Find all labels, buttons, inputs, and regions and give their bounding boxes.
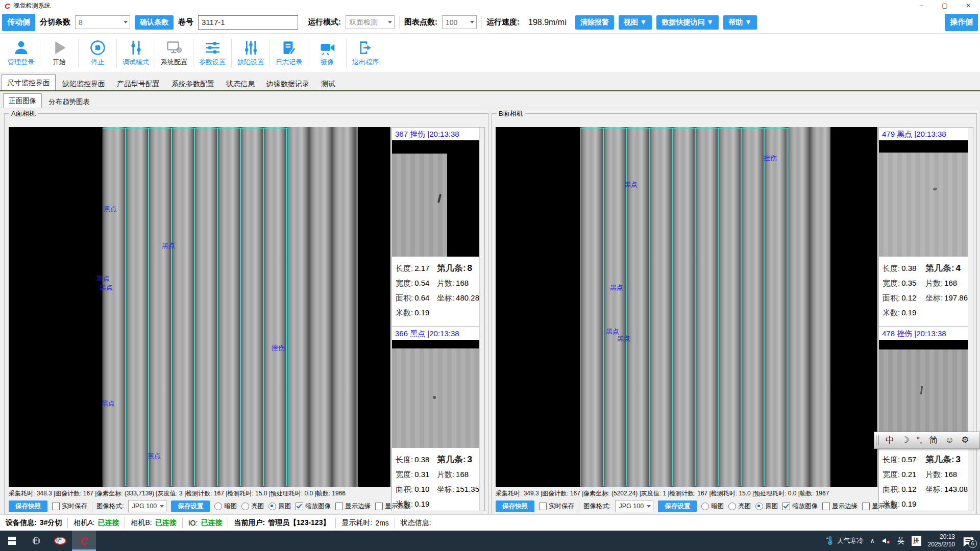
show-edges-checkbox[interactable]: 显示边缘	[335, 502, 371, 511]
tab-0[interactable]: 尺寸监控界面	[2, 74, 56, 90]
image-format-select[interactable]: JPG 100	[128, 500, 166, 512]
tab-3[interactable]: 系统参数配置	[166, 77, 219, 90]
detail-row: 米数:0.19	[883, 305, 925, 320]
task-view-button[interactable]	[24, 531, 48, 551]
defect-thumbnail[interactable]	[392, 340, 479, 448]
chevron-down-icon	[124, 21, 128, 23]
action-tune[interactable]: 调试模式	[119, 39, 153, 67]
defect-entry-header[interactable]: 478 挫伤 |20:13:38	[879, 327, 968, 340]
save-snapshot-button[interactable]: 保存快照	[496, 500, 534, 512]
detail-label: 第几条:	[925, 263, 954, 273]
action-sliders[interactable]: 参数设置	[195, 39, 229, 67]
action-exit[interactable]: 退出程序	[349, 39, 382, 67]
ime-fullwidth-toggle[interactable]: ☽	[898, 433, 913, 448]
defect-mark: 黑点	[162, 241, 175, 251]
taskbar-app-snipping[interactable]: ✂	[48, 531, 72, 551]
taskbar-app-vision-system[interactable]: C	[72, 531, 96, 551]
notification-center-button[interactable]: 6	[962, 535, 975, 546]
tab-1[interactable]: 缺陷监控界面	[57, 77, 110, 90]
save-snapshot-button[interactable]: 保存快照	[9, 500, 47, 512]
save-settings-button[interactable]: 保存设置	[658, 500, 697, 512]
minimize-button[interactable]: –	[910, 0, 933, 11]
action-monitor[interactable]: 系统配置	[157, 39, 191, 67]
original-image-radio[interactable]: 原图	[755, 502, 778, 511]
action-stop[interactable]: 停止	[81, 39, 114, 67]
roll-number-input[interactable]	[198, 15, 298, 30]
user-icon	[13, 39, 30, 56]
ime-chinese-mode[interactable]: 中	[882, 433, 898, 448]
show-edges-checkbox[interactable]: 显示边缘	[822, 502, 857, 511]
detail-value: 151.35	[456, 485, 479, 493]
drive-side-button[interactable]: 传动侧	[2, 14, 35, 31]
dark-image-radio[interactable]: 暗图	[701, 502, 724, 511]
status-label: 相机A:	[74, 518, 94, 528]
defect-thumbnail[interactable]	[392, 140, 479, 257]
detail-left-column: 长度:2.17宽度:0.54面积:0.64米数:0.19	[396, 261, 437, 320]
action-camera[interactable]: 摄像	[310, 39, 344, 67]
volume-muted-icon[interactable]	[881, 536, 891, 545]
tab-5[interactable]: 边缘数据记录	[261, 77, 314, 90]
detail-value: 0.21	[901, 470, 916, 479]
confirm-count-button[interactable]: 确认条数	[135, 15, 174, 30]
zoom-image-checkbox[interactable]: 缩放图像	[296, 502, 331, 511]
clear-alarm-button[interactable]: 清除报警	[575, 15, 614, 30]
run-mode-select[interactable]: 双面检测	[346, 15, 395, 29]
ime-emoji-picker[interactable]: ☺	[942, 433, 958, 448]
realtime-save-checkbox[interactable]: 实时保存	[539, 502, 574, 511]
ime-punctuation-toggle[interactable]: °,	[913, 433, 926, 448]
ime-mode-indicator[interactable]: 拼	[912, 536, 921, 546]
detail-label: 片数:	[437, 279, 454, 287]
hidden-icons-chevron[interactable]: ∧	[870, 537, 875, 544]
chart-points-select[interactable]: 100	[442, 15, 477, 29]
close-button[interactable]: ✕	[957, 0, 980, 11]
action-play[interactable]: 开始	[42, 39, 76, 67]
zoom-image-checkbox[interactable]: 缩放图像	[782, 502, 818, 511]
defect-entry-header[interactable]: 479 黑点 |20:13:38	[879, 128, 968, 140]
tab-4[interactable]: 状态信息	[221, 77, 260, 90]
start-button[interactable]	[0, 531, 24, 551]
slit-count-select[interactable]: 8	[75, 15, 130, 29]
scrollbar[interactable]	[479, 128, 484, 511]
view-menu-button[interactable]: 视图 ▼	[619, 15, 652, 30]
ime-simplified-toggle[interactable]: 简	[926, 433, 942, 448]
bright-image-radio[interactable]: 亮图	[241, 502, 264, 511]
show-count-checkbox[interactable]: 显示条数	[862, 502, 897, 511]
tab-2[interactable]: 产品型号配置	[112, 77, 165, 90]
ime-settings[interactable]: ⚙	[958, 433, 972, 448]
subtab-0[interactable]: 正面图像	[3, 93, 42, 108]
drag-handle[interactable]	[876, 435, 879, 445]
chart-points-value: 100	[446, 18, 457, 27]
save-settings-button[interactable]: 保存设置	[171, 500, 210, 512]
clock[interactable]: 20:13 2025/2/10	[928, 533, 955, 548]
action-user[interactable]: 管理登录	[4, 39, 38, 67]
defect-info: 长度:2.17宽度:0.54面积:0.64米数:0.19第几条:8片数:168坐…	[392, 257, 479, 320]
checkbox-label: 实时保存	[549, 502, 574, 511]
defect-entry-header[interactable]: 366 黑点 |20:13:38	[392, 327, 479, 340]
language-indicator[interactable]: 英	[897, 536, 905, 546]
action-vsliders[interactable]: 缺陷设置	[234, 39, 267, 67]
realtime-save-checkbox[interactable]: 实时保存	[52, 502, 87, 511]
detail-row: 片数:168	[437, 276, 479, 290]
data-quick-access-button[interactable]: 数据快捷访问 ▼	[656, 15, 719, 30]
dark-image-radio[interactable]: 暗图	[214, 502, 237, 511]
action-log[interactable]: 日志记录	[272, 39, 306, 67]
bright-image-radio[interactable]: 亮图	[728, 502, 751, 511]
help-menu-button[interactable]: 帮助 ▼	[723, 15, 757, 30]
defect-entry-header[interactable]: 367 挫伤 |20:13:38	[392, 128, 479, 140]
maximize-button[interactable]: ▢	[933, 0, 957, 11]
show-count-checkbox[interactable]: 显示条数	[375, 502, 410, 511]
defect-thumbnail[interactable]	[879, 140, 968, 257]
subtab-1[interactable]: 分布趋势图表	[43, 96, 95, 108]
image-format-select[interactable]: JPG 100	[615, 500, 653, 512]
radio-icon	[214, 503, 222, 510]
tab-6[interactable]: 测试	[316, 77, 340, 90]
detail-value: 168	[456, 279, 469, 287]
scrollbar[interactable]	[968, 128, 973, 511]
operator-side-button[interactable]: 操作侧	[945, 14, 978, 31]
detail-value: 8	[468, 263, 472, 273]
defect-entry: 479 黑点 |20:13:38长度:0.38宽度:0.35面积:0.12米数:…	[879, 128, 973, 320]
weather-widget[interactable]: 天气寒冷	[825, 536, 864, 545]
original-image-radio[interactable]: 原图	[268, 502, 291, 511]
detail-row: 第几条:8	[437, 261, 479, 276]
separator	[346, 39, 347, 67]
